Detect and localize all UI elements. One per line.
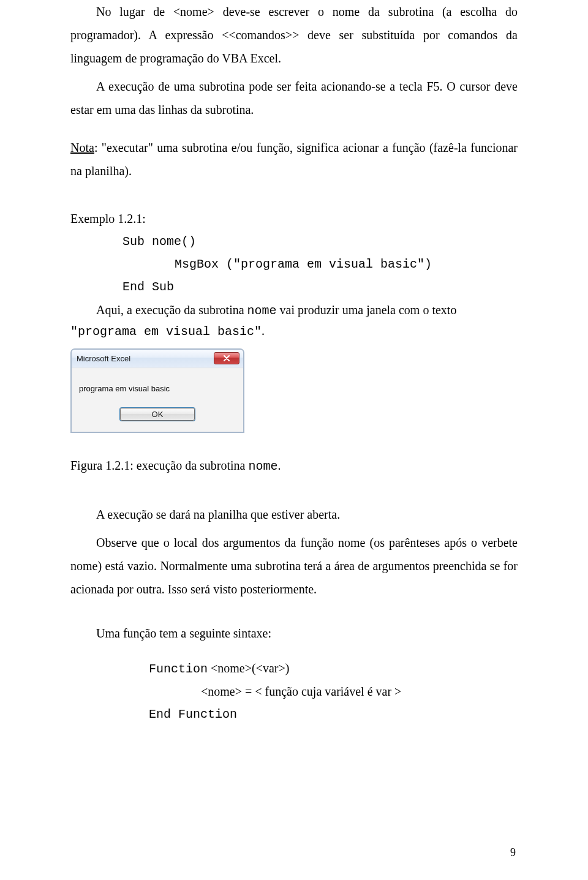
mixed-code-2: "programa em visual basic"	[70, 325, 262, 339]
code-line-2: MsgBox ("programa em visual basic")	[175, 253, 518, 276]
ok-button[interactable]: OK	[120, 408, 195, 421]
dialog-message: programa em visual basic	[79, 384, 236, 393]
dialog-title: Microsoft Excel	[77, 354, 130, 363]
syntax-l1-code: Function	[149, 662, 208, 676]
close-icon	[223, 355, 230, 361]
code-block-example: Sub nome() MsgBox ("programa em visual b…	[123, 230, 518, 298]
syntax-block: Function <nome>(<var>) <nome> = < função…	[149, 657, 518, 726]
figure-caption: Figura 1.2.1: execução da subrotina nome…	[70, 454, 518, 478]
nota-label: Nota	[70, 141, 94, 154]
paragraph-2: A execução de uma subrotina pode ser fei…	[70, 75, 518, 121]
syntax-heading: Uma função tem a seguinte sintaxe:	[70, 622, 518, 645]
paragraph-3: A execução se dará na planilha que estiv…	[70, 503, 518, 526]
dialog-button-row: OK	[79, 408, 236, 426]
caption-post: .	[277, 459, 281, 472]
dialog-titlebar: Microsoft Excel	[72, 350, 243, 367]
nota-text: : "executar" uma subrotina e/ou função, …	[70, 141, 518, 178]
page: No lugar de <nome> deve-se escrever o no…	[0, 0, 588, 880]
nota-paragraph: Nota: "executar" uma subrotina e/ou funç…	[70, 136, 518, 182]
code-line-1: Sub nome()	[123, 235, 196, 249]
paragraph-4: Observe que o local dos argumentos da fu…	[70, 531, 518, 601]
syntax-l1-rest: <nome>(<var>)	[208, 661, 289, 675]
dialog-body: programa em visual basic OK	[72, 367, 243, 432]
code-line-3: End Sub	[123, 280, 174, 294]
syntax-line-2: <nome> = < função cuja variável é var >	[201, 680, 518, 703]
paragraph-mixed-line2: "programa em visual basic".	[70, 319, 518, 344]
page-number: 9	[510, 842, 516, 863]
paragraph-1: No lugar de <nome> deve-se escrever o no…	[70, 0, 518, 70]
mixed-post: .	[262, 324, 265, 337]
mixed-mid: vai produzir uma janela com o texto	[277, 303, 457, 317]
example-heading: Exemplo 1.2.1:	[70, 207, 518, 230]
msgbox-dialog: Microsoft Excel programa em visual basic…	[70, 348, 244, 433]
syntax-line-3: End Function	[149, 703, 518, 726]
caption-code: nome	[248, 459, 277, 473]
close-button[interactable]	[214, 352, 239, 364]
mixed-code-1: nome	[247, 304, 277, 318]
mixed-pre: Aqui, a execução da subrotina	[96, 303, 247, 317]
caption-pre: Figura 1.2.1: execução da subrotina	[70, 459, 248, 472]
syntax-line-1: Function <nome>(<var>)	[149, 657, 518, 680]
